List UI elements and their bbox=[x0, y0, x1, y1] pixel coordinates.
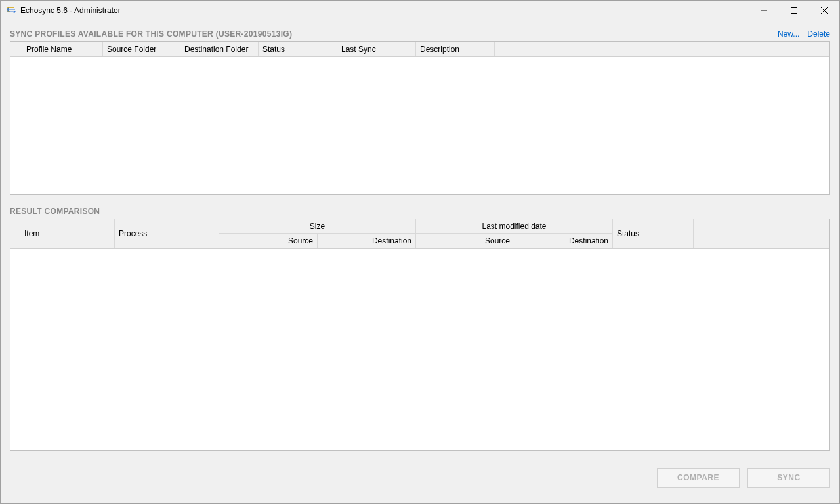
new-profile-link[interactable]: New... bbox=[778, 30, 799, 39]
column-profile-name[interactable]: Profile Name bbox=[22, 42, 103, 56]
app-icon bbox=[6, 5, 16, 16]
column-description[interactable]: Description bbox=[416, 42, 495, 56]
footer-buttons: COMPARE SYNC bbox=[10, 463, 830, 488]
column-size-group: Size Source Destination bbox=[219, 219, 416, 248]
profiles-actions: New... Delete bbox=[778, 30, 830, 39]
profiles-header: SYNC PROFILES AVAILABLE FOR THIS COMPUTE… bbox=[10, 30, 830, 39]
window-title: Echosync 5.6 - Administrator bbox=[20, 6, 749, 15]
profiles-table[interactable]: Profile Name Source Folder Destination F… bbox=[10, 41, 830, 195]
svg-rect-1 bbox=[791, 8, 797, 14]
column-gutter[interactable] bbox=[10, 219, 20, 248]
column-process[interactable]: Process bbox=[115, 219, 219, 248]
sync-button[interactable]: SYNC bbox=[747, 468, 830, 488]
window-controls bbox=[749, 1, 839, 20]
column-date-group: Last modified date Source Destination bbox=[416, 219, 613, 248]
maximize-button[interactable] bbox=[779, 1, 809, 20]
delete-profile-link[interactable]: Delete bbox=[807, 30, 830, 39]
profiles-heading: SYNC PROFILES AVAILABLE FOR THIS COMPUTE… bbox=[10, 30, 778, 39]
titlebar: Echosync 5.6 - Administrator bbox=[1, 1, 839, 20]
column-item[interactable]: Item bbox=[20, 219, 115, 248]
column-size-destination[interactable]: Destination bbox=[318, 234, 416, 248]
column-comparison-status[interactable]: Status bbox=[613, 219, 694, 248]
comparison-table-header: Item Process Size Source Destination Las… bbox=[10, 219, 830, 249]
column-fill[interactable] bbox=[694, 219, 830, 248]
compare-button[interactable]: COMPARE bbox=[657, 468, 740, 488]
column-source-folder[interactable]: Source Folder bbox=[103, 42, 180, 56]
column-size[interactable]: Size bbox=[219, 219, 416, 234]
column-date-destination[interactable]: Destination bbox=[514, 234, 613, 248]
column-destination-folder[interactable]: Destination Folder bbox=[180, 42, 259, 56]
comparison-table[interactable]: Item Process Size Source Destination Las… bbox=[10, 219, 830, 451]
content-area: SYNC PROFILES AVAILABLE FOR THIS COMPUTE… bbox=[1, 20, 839, 497]
column-status[interactable]: Status bbox=[259, 42, 337, 56]
column-size-source[interactable]: Source bbox=[219, 234, 318, 248]
comparison-header: RESULT COMPARISON bbox=[10, 207, 830, 216]
column-date[interactable]: Last modified date bbox=[416, 219, 613, 234]
column-date-source[interactable]: Source bbox=[416, 234, 514, 248]
minimize-button[interactable] bbox=[749, 1, 779, 20]
column-fill[interactable] bbox=[495, 42, 830, 56]
column-last-sync[interactable]: Last Sync bbox=[337, 42, 416, 56]
profiles-table-header: Profile Name Source Folder Destination F… bbox=[10, 42, 830, 57]
close-button[interactable] bbox=[809, 1, 839, 20]
column-gutter[interactable] bbox=[10, 42, 22, 56]
comparison-heading: RESULT COMPARISON bbox=[10, 207, 830, 216]
